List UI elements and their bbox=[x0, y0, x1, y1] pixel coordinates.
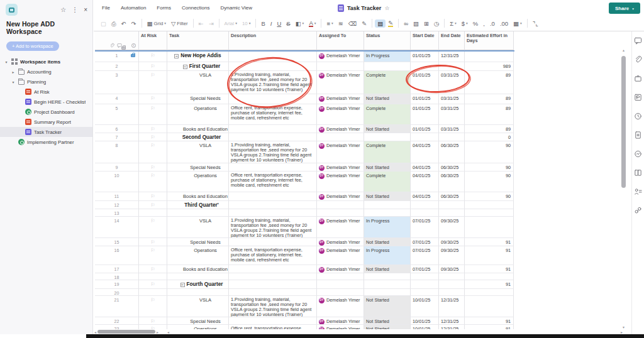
cell-assigned-to[interactable] bbox=[317, 62, 364, 71]
cell-assigned-to[interactable]: DYDemelash Yimer bbox=[317, 192, 364, 201]
flag-icon[interactable]: ⚐ bbox=[141, 52, 165, 58]
cell-start-date[interactable]: 10/01/25 bbox=[411, 317, 439, 325]
cell-status[interactable]: In Progress bbox=[364, 52, 411, 62]
expand-icon[interactable]: ⌝⌞ bbox=[530, 19, 541, 28]
column-header-task[interactable]: Task bbox=[167, 31, 229, 50]
cell-end-date[interactable] bbox=[439, 62, 465, 71]
cell-effort[interactable]: 90 bbox=[465, 172, 514, 192]
cell-at-risk[interactable]: ⚐ bbox=[139, 94, 167, 104]
cell-start-date[interactable] bbox=[411, 280, 439, 289]
cell-status[interactable]: Not Started bbox=[364, 163, 411, 172]
sidebar-item-summary-report[interactable]: Summary Report bbox=[0, 117, 92, 127]
cell-status[interactable] bbox=[364, 201, 411, 209]
favorite-star-icon[interactable]: ☆ bbox=[60, 7, 66, 13]
text-color-icon[interactable]: A▾ bbox=[306, 19, 318, 28]
cell-task[interactable]: VSLA bbox=[167, 217, 229, 238]
cell-description[interactable] bbox=[229, 201, 317, 209]
cell-start-date[interactable]: 01/01/25 bbox=[411, 94, 439, 104]
chevron-icon[interactable]: ▸ bbox=[11, 70, 16, 74]
menu-file[interactable]: File bbox=[102, 5, 110, 11]
cell-effort[interactable]: 989 bbox=[465, 62, 514, 71]
flag-icon[interactable]: ⚐ bbox=[141, 318, 165, 324]
cell-task[interactable]: −First Quarter bbox=[167, 62, 229, 71]
cell-description[interactable] bbox=[229, 265, 317, 273]
row-number[interactable]: 13 bbox=[95, 209, 139, 217]
row-number[interactable]: 17 bbox=[95, 265, 139, 273]
cell-effort[interactable]: 0 bbox=[465, 133, 514, 141]
cell-end-date[interactable]: 09/30/25 bbox=[439, 238, 465, 246]
number-format-icon[interactable]: ▦▾ bbox=[511, 19, 525, 28]
row-number[interactable]: 16 bbox=[95, 246, 139, 265]
cell-at-risk[interactable]: ⚐ bbox=[139, 201, 167, 209]
cell-assigned-to[interactable]: DYDemelash Yimer bbox=[317, 163, 364, 172]
cell-at-risk[interactable]: ⚐ bbox=[139, 192, 167, 201]
flag-icon[interactable]: ⚐ bbox=[141, 239, 165, 245]
info-column-icon[interactable]: i bbox=[131, 43, 136, 48]
flag-icon[interactable]: ⚐ bbox=[141, 266, 165, 272]
cell-at-risk[interactable] bbox=[139, 273, 167, 280]
flag-icon[interactable]: ⚐ bbox=[141, 72, 165, 78]
cell-effort[interactable]: 90 bbox=[465, 192, 514, 201]
cell-task[interactable]: VSLA bbox=[167, 71, 229, 94]
cell-description[interactable] bbox=[229, 280, 317, 289]
cell-end-date[interactable]: 06/30/25 bbox=[439, 192, 465, 201]
scroll-down-icon[interactable]: ▾ bbox=[621, 325, 626, 329]
cell-effort[interactable] bbox=[465, 201, 514, 209]
proofs-icon[interactable] bbox=[634, 74, 642, 83]
flag-icon[interactable]: ⚐ bbox=[141, 164, 165, 170]
row-number[interactable]: 12 bbox=[95, 201, 139, 209]
cell-at-risk[interactable]: ⚐ bbox=[139, 141, 167, 163]
cell-task[interactable]: VSLA bbox=[167, 296, 229, 317]
row-number[interactable]: 11 bbox=[95, 192, 139, 201]
cell-description[interactable] bbox=[229, 209, 317, 217]
currency-icon[interactable]: $▾ bbox=[459, 19, 470, 28]
cell-assigned-to[interactable]: DYDemelash Yimer bbox=[317, 71, 364, 94]
cell-at-risk[interactable]: ⚐ bbox=[139, 52, 167, 62]
collapse-icon[interactable]: − bbox=[183, 65, 187, 69]
cell-task[interactable]: −Fourth Quarter bbox=[167, 280, 229, 289]
cell-effort[interactable] bbox=[465, 289, 514, 296]
flag-icon[interactable]: ⚐ bbox=[141, 217, 165, 224]
vertical-scroll-thumb[interactable] bbox=[621, 56, 626, 188]
cell-end-date[interactable]: 09/30/25 bbox=[439, 246, 465, 265]
cell-at-risk[interactable]: ⚐ bbox=[139, 317, 167, 325]
cell-start-date[interactable]: 04/01/25 bbox=[411, 163, 439, 172]
cell-start-date[interactable] bbox=[411, 289, 439, 296]
cell-assigned-to[interactable] bbox=[317, 280, 364, 289]
cell-assigned-to[interactable]: DYDemelash Yimer bbox=[317, 94, 364, 104]
cell-assigned-to[interactable]: DYDemelash Yimer bbox=[317, 265, 364, 273]
column-header-at-risk[interactable]: At Risk bbox=[139, 31, 167, 50]
filter-icon[interactable]: ▽Filter bbox=[169, 19, 191, 28]
scroll-up-icon[interactable]: ▴ bbox=[621, 48, 626, 52]
collapse-icon[interactable]: − bbox=[180, 283, 185, 287]
sidebar-item-accounting[interactable]: ▸Accounting bbox=[0, 67, 92, 77]
bold-icon[interactable]: B bbox=[258, 19, 267, 28]
cell-end-date[interactable]: 03/31/25 bbox=[439, 104, 465, 125]
cell-assigned-to[interactable]: DYDemelash Yimer bbox=[317, 172, 364, 192]
flag-icon[interactable]: ⚐ bbox=[141, 134, 165, 140]
cell-end-date[interactable]: 12/31/25 bbox=[439, 296, 465, 317]
row-number[interactable]: 23 bbox=[95, 325, 139, 329]
row-number[interactable]: 21 bbox=[95, 296, 139, 317]
cell-description[interactable] bbox=[229, 133, 317, 141]
cell-effort[interactable] bbox=[465, 209, 514, 217]
highlight-icon[interactable]: ✎ bbox=[386, 19, 396, 28]
cell-status[interactable]: Not Started bbox=[364, 265, 411, 273]
flag-icon[interactable]: ⚐ bbox=[141, 193, 165, 199]
share-button[interactable]: Share▾ bbox=[609, 3, 640, 14]
cell-at-risk[interactable]: ⚐ bbox=[139, 163, 167, 172]
wrap-text-icon[interactable]: ≋ bbox=[336, 19, 346, 28]
close-icon[interactable]: × bbox=[84, 7, 87, 13]
cell-task[interactable]: Books and Education bbox=[167, 265, 229, 273]
cell-assigned-to[interactable] bbox=[317, 133, 364, 141]
cell-at-risk[interactable] bbox=[139, 289, 167, 296]
row-number[interactable]: 8 bbox=[95, 141, 139, 163]
cell-at-risk[interactable]: ⚐ bbox=[139, 125, 167, 133]
cell-assigned-to[interactable]: DYDemelash Yimer bbox=[317, 104, 364, 125]
vertical-scrollbar[interactable]: ▴ ▾ bbox=[621, 48, 626, 329]
flag-icon[interactable]: ⚐ bbox=[141, 126, 165, 132]
cell-end-date[interactable]: 09/30/25 bbox=[439, 265, 465, 273]
update-requests-icon[interactable] bbox=[634, 112, 642, 121]
italic-icon[interactable]: I bbox=[268, 19, 275, 28]
form-icon[interactable]: ⊞ bbox=[421, 19, 431, 28]
